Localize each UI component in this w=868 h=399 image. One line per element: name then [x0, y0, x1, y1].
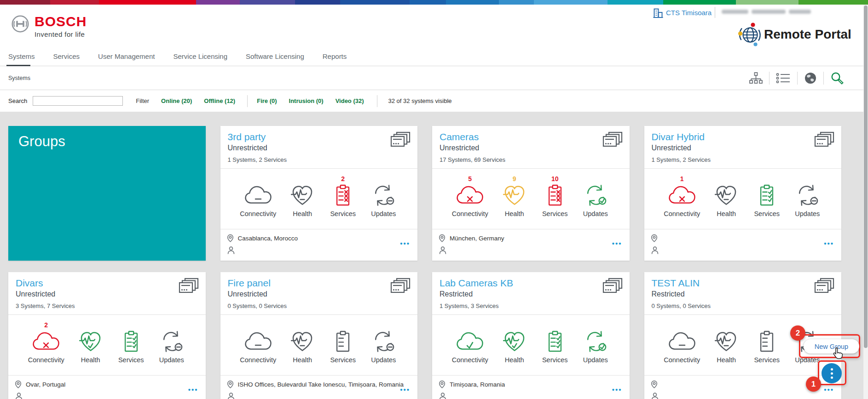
primary-nav: Systems Services User Management Service…: [0, 52, 868, 66]
card-more-options-button[interactable]: •••: [400, 239, 410, 247]
filter-intrusion[interactable]: Intrusion (0): [289, 97, 324, 104]
person-icon: [15, 392, 23, 399]
status-icon-label: Connectivity: [240, 210, 276, 217]
person-icon: [651, 246, 659, 255]
status-count-badge: [681, 321, 683, 329]
card-more-options-button[interactable]: •••: [612, 239, 622, 247]
status-count-badge: [725, 321, 727, 329]
annotation-step-1-badge: 1: [806, 376, 821, 392]
status-icon-label: Health: [81, 356, 100, 364]
status-count-badge: [171, 321, 173, 329]
card-status-icons: Connectivity Health2Services Updates: [220, 168, 418, 229]
stacked-cards-icon: [602, 131, 623, 149]
connectivity-cloud-icon: 1Connectivity: [664, 175, 700, 229]
scrollbar[interactable]: [863, 5, 868, 399]
system-group-card: 3rd party Unrestricted 1 Systems, 2 Serv…: [220, 126, 418, 261]
cards-grid: Groups 3rd party Unrestricted 1 Systems,…: [8, 126, 841, 399]
list-view-icon[interactable]: [776, 73, 791, 84]
card-more-options-button[interactable]: •••: [400, 386, 410, 393]
card-status-icons: 1Connectivity Health Services Updates: [644, 168, 842, 229]
updates-sync-icon: Updates: [581, 175, 610, 229]
search-label: Search: [8, 97, 27, 104]
updates-sync-icon: Updates: [157, 321, 186, 375]
person-icon: [439, 246, 447, 255]
card-title-link[interactable]: Divar Hybrid: [652, 131, 705, 142]
groups-tile[interactable]: Groups: [8, 126, 206, 261]
status-count-badge: [766, 321, 768, 329]
status-count-badge: 9: [513, 175, 516, 182]
card-location: Casablanca, Morocco: [238, 235, 298, 242]
card-more-options-button[interactable]: •••: [188, 386, 198, 393]
tab-systems[interactable]: Systems: [8, 52, 35, 64]
card-more-options-button[interactable]: •••: [612, 386, 622, 393]
card-stats: 1 Systems, 2 Services: [652, 156, 834, 163]
tab-software-licensing[interactable]: Software Licensing: [246, 52, 304, 64]
card-status-icons: 5Connectivity9Health10Services Updates: [432, 168, 630, 229]
organization-link[interactable]: CTS Timisoara: [666, 9, 712, 17]
card-title-link[interactable]: Cameras: [440, 131, 479, 142]
status-count-badge: 1: [680, 175, 684, 182]
services-clipboard-icon: Services: [117, 321, 145, 375]
card-title-link[interactable]: Lab Cameras KB: [440, 278, 513, 289]
services-clipboard-icon: Services: [541, 321, 569, 375]
filter-offline[interactable]: Offline (12): [204, 97, 235, 104]
stacked-cards-icon: [814, 131, 835, 149]
location-pin-icon: [651, 234, 658, 242]
remote-portal-globe-icon: [737, 21, 763, 48]
org-cluster: CTS Timisoara: [0, 5, 868, 23]
status-icon-label: Connectivity: [452, 210, 488, 217]
status-icon-label: Updates: [583, 210, 608, 217]
card-more-options-button[interactable]: •••: [824, 239, 834, 247]
card-title-link[interactable]: TEST ALIN: [652, 278, 700, 289]
status-count-badge: 10: [551, 175, 559, 182]
status-icon-label: Services: [754, 210, 780, 217]
tab-services[interactable]: Services: [53, 52, 80, 64]
status-count-badge: 2: [341, 175, 345, 182]
card-title-link[interactable]: 3rd party: [228, 131, 266, 142]
services-clipboard-icon: Services: [752, 321, 781, 375]
map-view-globe-icon[interactable]: [804, 72, 817, 85]
card-title-link[interactable]: Divars: [16, 278, 43, 289]
status-icon-label: Services: [542, 210, 568, 217]
tab-reports[interactable]: Reports: [323, 52, 347, 64]
card-location: Ovar, Portugal: [26, 381, 65, 388]
card-location: München, Germany: [450, 235, 504, 242]
filter-divider: [247, 95, 248, 107]
location-pin-icon: [227, 234, 234, 242]
tab-service-licensing[interactable]: Service Licensing: [173, 52, 227, 64]
card-stats: 3 Systems, 7 Services: [16, 302, 198, 309]
status-count-badge: [806, 175, 808, 182]
health-heart-icon: Health: [500, 321, 529, 375]
connectivity-cloud-icon: Connectivity: [240, 175, 276, 229]
buildings-icon: [653, 7, 664, 19]
tab-user-management[interactable]: User Management: [98, 52, 155, 64]
hierarchy-view-icon[interactable]: [749, 72, 763, 85]
search-icon[interactable]: [830, 71, 844, 85]
card-stats: 0 Systems, 0 Services: [228, 302, 411, 309]
filter-label: Filter: [136, 97, 149, 104]
card-more-options-button[interactable]: •••: [824, 386, 834, 393]
redacted-user-info: [722, 10, 811, 14]
card-stats: 1 Systems, 2 Services: [228, 156, 411, 163]
scrollbar-thumb[interactable]: [864, 6, 868, 348]
connectivity-cloud-icon: 5Connectivity: [452, 175, 488, 229]
status-count-badge: [766, 175, 768, 182]
card-stats: 17 Systems, 69 Services: [440, 156, 622, 163]
status-count-badge: [342, 321, 344, 329]
kebab-menu-fab-button[interactable]: [822, 363, 842, 383]
status-icon-label: Services: [330, 210, 356, 217]
view-switcher: [749, 71, 844, 85]
filter-fire[interactable]: Fire (0): [257, 97, 277, 104]
filter-video[interactable]: Video (32): [336, 97, 364, 104]
search-input[interactable]: [33, 96, 123, 106]
filter-online[interactable]: Online (20): [161, 97, 192, 104]
system-group-card: Fire panel Unrestricted 0 Systems, 0 Ser…: [220, 272, 418, 399]
status-icon-label: Connectivity: [28, 356, 64, 364]
filter-divider: [377, 95, 377, 107]
header-separator: [715, 7, 715, 18]
location-pin-icon: [15, 380, 22, 388]
card-title-link[interactable]: Fire panel: [228, 278, 271, 289]
card-access-level: Unrestricted: [652, 144, 834, 152]
stacked-cards-icon: [602, 278, 623, 295]
status-icon-label: Health: [505, 356, 524, 364]
